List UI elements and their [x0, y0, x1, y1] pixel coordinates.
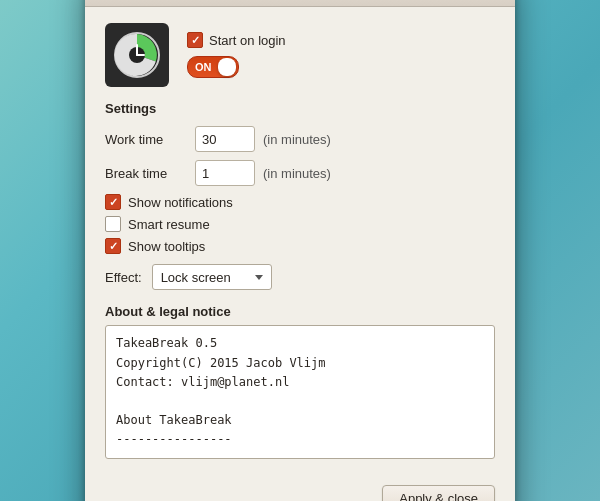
show-tooltips-label: Show tooltips: [128, 239, 205, 254]
about-text: TakeaBreak 0.5 Copyright(C) 2015 Jacob V…: [116, 334, 484, 449]
smart-resume-label: Smart resume: [128, 217, 210, 232]
effect-selected-value: Lock screen: [161, 270, 231, 285]
dialog-window: Take a Break settings: [85, 0, 515, 501]
break-time-unit: (in minutes): [263, 166, 331, 181]
start-on-login-row: Start on login: [187, 32, 286, 48]
apply-close-button[interactable]: Apply & close: [382, 485, 495, 501]
work-time-input[interactable]: [195, 126, 255, 152]
dialog-content: Start on login ON Settings Work time (in…: [85, 7, 515, 474]
work-time-unit: (in minutes): [263, 132, 331, 147]
work-time-label: Work time: [105, 132, 195, 147]
show-notifications-checkbox[interactable]: [105, 194, 121, 210]
about-box: TakeaBreak 0.5 Copyright(C) 2015 Jacob V…: [105, 325, 495, 458]
show-tooltips-checkbox[interactable]: [105, 238, 121, 254]
effect-row: Effect: Lock screen: [105, 264, 495, 290]
top-options: Start on login ON: [187, 23, 286, 87]
on-off-toggle[interactable]: ON: [187, 56, 239, 78]
settings-label: Settings: [105, 101, 495, 116]
break-time-row: Break time (in minutes): [105, 160, 495, 186]
smart-resume-row: Smart resume: [105, 216, 495, 232]
app-icon: [105, 23, 169, 87]
start-on-login-checkbox[interactable]: [187, 32, 203, 48]
break-time-input[interactable]: [195, 160, 255, 186]
about-label: About & legal notice: [105, 304, 495, 319]
show-notifications-row: Show notifications: [105, 194, 495, 210]
break-time-label: Break time: [105, 166, 195, 181]
effect-dropdown[interactable]: Lock screen: [152, 264, 272, 290]
effect-label: Effect:: [105, 270, 142, 285]
titlebar: Take a Break settings: [85, 0, 515, 7]
work-time-row: Work time (in minutes): [105, 126, 495, 152]
toggle-label: ON: [190, 61, 218, 73]
show-notifications-label: Show notifications: [128, 195, 233, 210]
toggle-container: ON: [187, 56, 286, 78]
show-tooltips-row: Show tooltips: [105, 238, 495, 254]
footer: Apply & close: [85, 475, 515, 501]
chevron-down-icon: [255, 275, 263, 280]
start-on-login-label: Start on login: [209, 33, 286, 48]
pie-chart-icon: [113, 31, 161, 79]
smart-resume-checkbox[interactable]: [105, 216, 121, 232]
top-section: Start on login ON: [105, 23, 495, 87]
toggle-knob: [218, 58, 236, 76]
